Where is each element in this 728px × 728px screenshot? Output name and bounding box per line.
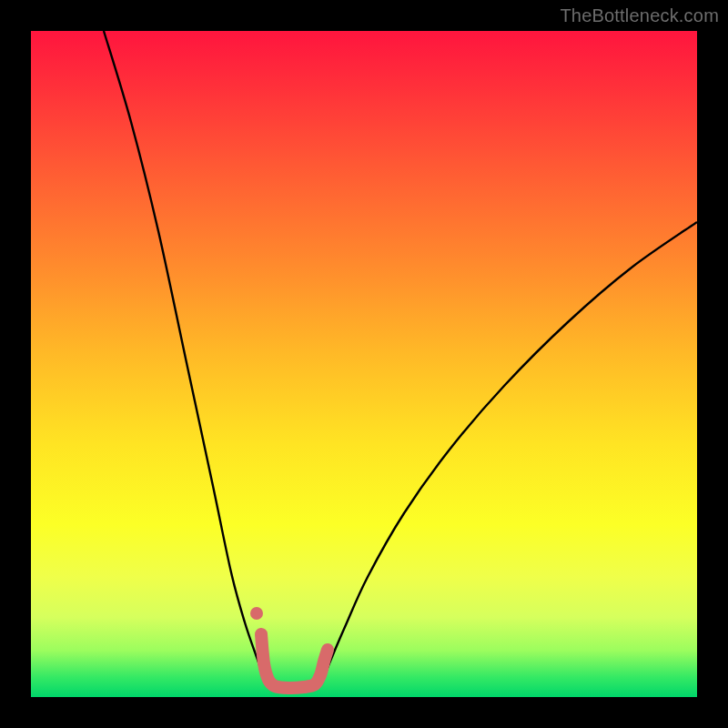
chart-frame: TheBottleneck.com: [0, 0, 728, 728]
chart-svg: [31, 31, 697, 697]
watermark-text: TheBottleneck.com: [560, 5, 719, 26]
series-bottom-overlay: [261, 634, 328, 688]
series-left-branch: [104, 31, 264, 677]
chart-plot-area: [31, 31, 697, 697]
series-right-branch: [324, 222, 697, 677]
